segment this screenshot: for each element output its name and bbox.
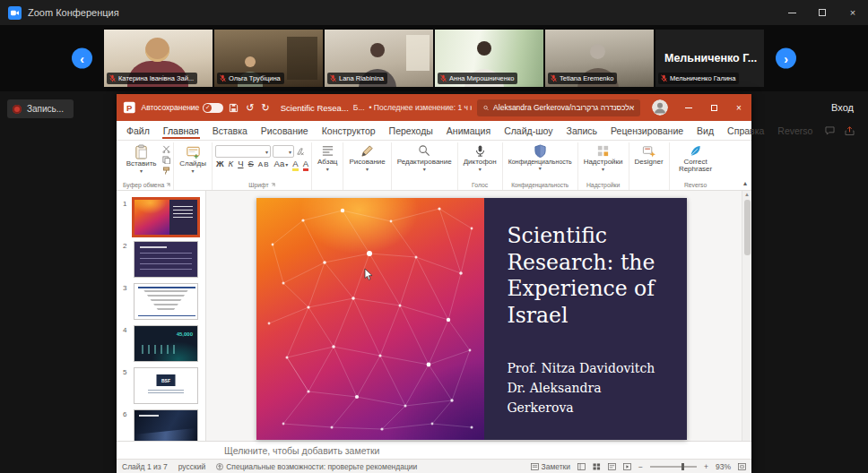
clear-formatting-icon[interactable]	[296, 148, 304, 156]
slide-editing-canvas[interactable]: Scientific Research: the Experience of I…	[206, 191, 751, 441]
autosave-control[interactable]: Автосохранение ✓	[142, 103, 224, 113]
designer-button[interactable]: Designer	[632, 142, 666, 168]
font-name-select[interactable]: ▾	[215, 145, 271, 158]
reading-view-icon[interactable]	[608, 463, 616, 470]
zoom-close-button[interactable]: ×	[838, 0, 868, 25]
underline-button[interactable]: Ч	[238, 159, 243, 168]
dictate-button[interactable]: Диктофон ▾	[461, 142, 499, 174]
next-participants-button[interactable]: ›	[776, 48, 796, 69]
zoom-level[interactable]: 93%	[716, 462, 731, 471]
tab-home[interactable]: Главная	[162, 123, 200, 139]
font-size-select[interactable]: ▾	[273, 145, 294, 158]
zoom-slider[interactable]	[650, 466, 697, 468]
paste-button[interactable]: Вставить ▾	[124, 142, 160, 176]
copy-icon[interactable]	[162, 156, 170, 164]
slide-thumbnail-4[interactable]: 45,000	[134, 325, 198, 362]
slide-thumbnail-5[interactable]: BSF	[134, 367, 198, 404]
video-tile-lana[interactable]: Lana Riabinina	[325, 30, 433, 87]
tab-review[interactable]: Рецензирование	[610, 123, 684, 139]
tab-view[interactable]: Вид	[696, 123, 715, 139]
scroll-up-icon[interactable]: ▲	[744, 192, 750, 197]
current-slide[interactable]: Scientific Research: the Experience of I…	[256, 198, 687, 440]
participant-name-badge: Катерина Іванівна Зай...	[107, 73, 197, 84]
tab-record[interactable]: Запись	[566, 123, 598, 139]
notes-icon	[531, 463, 539, 470]
tab-slideshow[interactable]: Слайд-шоу	[503, 123, 553, 139]
zoom-slider-knob[interactable]	[681, 463, 684, 470]
ppt-restore-button[interactable]	[701, 94, 726, 121]
video-tile-anna[interactable]: Анна Мирошниченко	[435, 30, 543, 87]
collapse-ribbon-icon[interactable]: ▴	[743, 179, 747, 187]
video-tile-olga[interactable]: Ольга Трубіцина	[214, 30, 323, 87]
slide-thumbnail-1[interactable]	[134, 199, 198, 236]
save-icon[interactable]	[229, 103, 239, 113]
tab-animations[interactable]: Анимация	[446, 123, 491, 139]
zoom-out-button[interactable]: −	[638, 462, 643, 471]
feather-icon	[689, 144, 702, 158]
video-tile-tetiana[interactable]: Tetiana Eremenko	[545, 30, 654, 87]
character-spacing-button[interactable]: АВ	[258, 161, 270, 168]
tab-insert[interactable]: Вставка	[212, 123, 248, 139]
designer-icon	[642, 144, 655, 158]
search-input[interactable]: אלכסנדרה גרקרובה/Aleksandra Gerkerova	[477, 99, 640, 116]
scrollbar-thumb[interactable]	[744, 200, 751, 255]
muted-mic-icon	[109, 74, 116, 82]
clipboard-group: Вставить ▾ Буфер обмена	[120, 142, 174, 190]
slide-thumbnail-3[interactable]	[134, 283, 198, 320]
format-painter-icon[interactable]	[162, 167, 170, 175]
thumbnail-row: 5 BSF	[123, 367, 201, 404]
slide-thumbnail-6[interactable]	[134, 409, 198, 441]
recording-indicator[interactable]: Запись...	[7, 99, 74, 118]
italic-button[interactable]: К	[229, 159, 234, 168]
zoom-minimize-button[interactable]	[777, 0, 807, 25]
slideshow-view-icon[interactable]	[623, 463, 631, 470]
addins-button[interactable]: Надстройки ▾	[581, 142, 626, 174]
notes-toggle-button[interactable]: Заметки	[531, 462, 571, 471]
bold-button[interactable]: Ж	[216, 159, 224, 168]
tab-draw[interactable]: Рисование	[260, 123, 309, 139]
comments-icon[interactable]	[825, 126, 835, 135]
font-color-button[interactable]: А	[303, 159, 308, 171]
slide-thumbnail-2[interactable]	[134, 241, 198, 278]
slide-sorter-view-icon[interactable]	[593, 463, 601, 470]
redo-icon[interactable]: ↻	[262, 102, 270, 114]
dictate-label: Диктофон	[464, 159, 497, 166]
drawing-button[interactable]: Рисование ▾	[346, 142, 387, 174]
text-highlight-button[interactable]: А	[292, 159, 298, 171]
zoom-in-button[interactable]: +	[704, 462, 708, 471]
privacy-button[interactable]: Конфиденциальность ▾	[506, 142, 575, 173]
ppt-close-button[interactable]: ×	[726, 94, 751, 121]
dialog-launcher-icon[interactable]	[166, 183, 170, 187]
autosave-toggle[interactable]: ✓	[203, 103, 223, 113]
strikethrough-button[interactable]: S	[248, 159, 254, 168]
editing-button[interactable]: Редактирование ▾	[395, 142, 455, 174]
normal-view-icon[interactable]	[577, 463, 586, 470]
accessibility-status[interactable]: Специальные возможности: проверьте реком…	[216, 462, 417, 471]
tab-help[interactable]: Справка	[726, 123, 765, 139]
account-avatar[interactable]	[652, 99, 668, 116]
tab-transitions[interactable]: Переходы	[388, 123, 434, 139]
previous-participants-button[interactable]: ‹	[72, 48, 92, 69]
voice-group: Диктофон ▾ Голос	[458, 142, 503, 190]
tab-file[interactable]: Файл	[126, 123, 151, 139]
correct-rephraser-button[interactable]: Correct Rephraser	[673, 142, 719, 176]
dialog-launcher-icon[interactable]	[271, 183, 275, 187]
tab-reverso[interactable]: Reverso	[777, 123, 813, 139]
notes-pane[interactable]: Щелкните, чтобы добавить заметки	[117, 441, 751, 459]
new-slide-button[interactable]: Слайды ▾	[177, 142, 209, 176]
fit-to-window-icon[interactable]	[738, 463, 746, 470]
undo-icon[interactable]: ↺	[246, 102, 254, 114]
ppt-window-controls: ×	[676, 94, 751, 121]
language-button[interactable]: русский	[178, 462, 206, 471]
paragraph-button[interactable]: Абзац ▾	[315, 142, 340, 174]
tab-design[interactable]: Конструктор	[321, 123, 377, 139]
video-tile-melnychenko[interactable]: Мельниченко Г... Мельниченко Галина	[655, 30, 764, 87]
share-icon[interactable]	[845, 126, 855, 135]
video-tile-katerina[interactable]: Катерина Іванівна Зай...	[104, 30, 213, 87]
canvas-scrollbar[interactable]: ▲	[742, 191, 751, 441]
cut-icon[interactable]	[162, 145, 170, 153]
zoom-maximize-button[interactable]	[807, 0, 838, 25]
change-case-button[interactable]: Аа▾	[274, 159, 289, 168]
login-button[interactable]: Вход	[831, 102, 854, 113]
ppt-minimize-button[interactable]	[676, 94, 701, 121]
